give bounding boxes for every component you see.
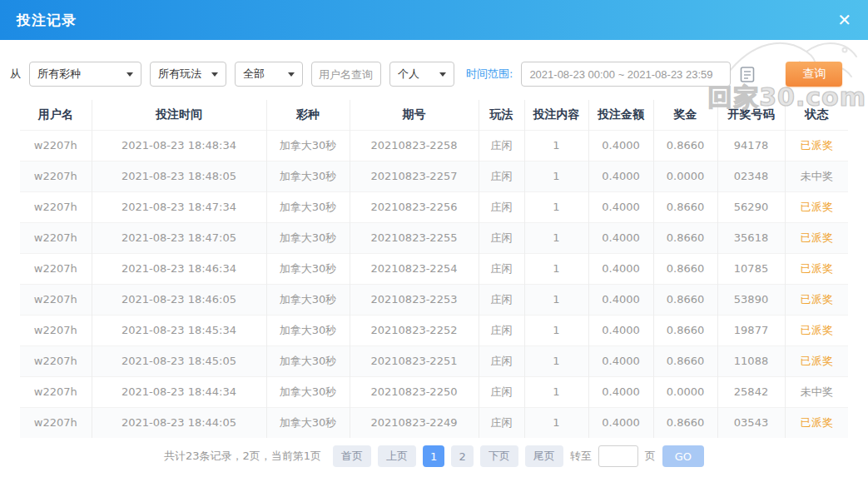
time-range-input[interactable] — [521, 62, 731, 87]
cell: 庄闲 — [479, 161, 524, 191]
cell: 0.4000 — [588, 376, 653, 407]
close-icon[interactable]: ✕ — [837, 12, 851, 28]
cell: 庄闲 — [479, 222, 524, 253]
cell: 53890 — [717, 284, 785, 315]
cell: 加拿大30秒 — [266, 345, 350, 376]
cell: 19877 — [717, 315, 785, 345]
cell: 0.4000 — [588, 253, 653, 284]
cell: 56290 — [717, 191, 785, 222]
column-header: 期号 — [350, 100, 479, 130]
chevron-down-icon — [439, 72, 446, 77]
column-header: 状态 — [785, 100, 848, 130]
page-number-button[interactable]: 1 — [423, 445, 444, 467]
status-cell: 已派奖 — [785, 284, 848, 315]
cell: w2207h — [20, 345, 92, 376]
query-button[interactable]: 查询 — [786, 62, 842, 87]
cell: 03543 — [717, 407, 785, 438]
cell: 加拿大30秒 — [266, 253, 350, 284]
cell: 1 — [524, 407, 588, 438]
cell: 0.8660 — [653, 284, 717, 315]
column-header: 投注时间 — [92, 100, 266, 130]
page-number-button[interactable]: 2 — [451, 445, 473, 467]
first-page-button[interactable]: 首页 — [333, 445, 371, 467]
cell: 庄闲 — [479, 407, 524, 438]
cell: 0.8660 — [653, 130, 717, 161]
goto-page-input[interactable] — [598, 445, 638, 467]
table-row: w2207h2021-08-23 18:45:34加拿大30秒20210823-… — [20, 315, 848, 345]
cell: 02348 — [717, 161, 785, 191]
last-page-button[interactable]: 尾页 — [525, 445, 563, 467]
column-header: 用户名 — [20, 100, 92, 130]
cell: 1 — [524, 345, 588, 376]
cell: w2207h — [20, 315, 92, 345]
cell: 20210823-2250 — [350, 376, 479, 407]
table-row: w2207h2021-08-23 18:46:34加拿大30秒20210823-… — [20, 253, 848, 284]
cell: 加拿大30秒 — [266, 222, 350, 253]
chevron-down-icon — [288, 72, 295, 77]
table-body: w2207h2021-08-23 18:48:34加拿大30秒20210823-… — [20, 130, 848, 438]
cell: 0.4000 — [588, 315, 653, 345]
cell: 0.8660 — [653, 345, 717, 376]
table-header-row: 用户名投注时间彩种期号玩法投注内容投注金额奖金开奖号码状态 — [20, 100, 848, 130]
cell: 20210823-2257 — [350, 161, 479, 191]
cell: 10785 — [717, 253, 785, 284]
play-method-select[interactable]: 所有玩法 — [150, 62, 226, 87]
cell: w2207h — [20, 253, 92, 284]
table-row: w2207h2021-08-23 18:47:05加拿大30秒20210823-… — [20, 222, 848, 253]
calendar-icon[interactable] — [739, 65, 756, 83]
cell: w2207h — [20, 161, 92, 191]
goto-label: 转至 — [570, 449, 592, 464]
cell: 0.0000 — [653, 376, 717, 407]
cell: 2021-08-23 18:45:34 — [92, 315, 266, 345]
cell: 0.8660 — [653, 315, 717, 345]
cell: 25842 — [717, 376, 785, 407]
cell: 2021-08-23 18:46:34 — [92, 253, 266, 284]
cell: 加拿大30秒 — [266, 407, 350, 438]
play-method-select-value: 所有玩法 — [158, 67, 201, 82]
table-row: w2207h2021-08-23 18:45:05加拿大30秒20210823-… — [20, 345, 848, 376]
cell: w2207h — [20, 222, 92, 253]
cell: 2021-08-23 18:45:05 — [92, 345, 266, 376]
cell: 2021-08-23 18:48:34 — [92, 130, 266, 161]
prev-page-button[interactable]: 上页 — [378, 445, 416, 467]
cell: 0.8660 — [653, 222, 717, 253]
cell: 0.4000 — [588, 222, 653, 253]
cell: 加拿大30秒 — [266, 191, 350, 222]
column-header: 奖金 — [653, 100, 717, 130]
records-summary: 共计23条记录，2页，当前第1页 — [164, 449, 321, 464]
cell: 加拿大30秒 — [266, 376, 350, 407]
cell: 庄闲 — [479, 130, 524, 161]
cell: 1 — [524, 161, 588, 191]
status-cell: 已派奖 — [785, 191, 848, 222]
cell: 2021-08-23 18:47:34 — [92, 191, 266, 222]
cell: 1 — [524, 376, 588, 407]
status-cell: 已派奖 — [785, 222, 848, 253]
cell: 0.4000 — [588, 284, 653, 315]
cell: 2021-08-23 18:47:05 — [92, 222, 266, 253]
cell: 1 — [524, 284, 588, 315]
lottery-type-select[interactable]: 所有彩种 — [29, 62, 141, 87]
table-row: w2207h2021-08-23 18:47:34加拿大30秒20210823-… — [20, 191, 848, 222]
table-row: w2207h2021-08-23 18:48:34加拿大30秒20210823-… — [20, 130, 848, 161]
cell: 2021-08-23 18:44:34 — [92, 376, 266, 407]
table-row: w2207h2021-08-23 18:44:05加拿大30秒20210823-… — [20, 407, 848, 438]
status-filter-select[interactable]: 全部 — [235, 62, 303, 87]
lottery-type-select-value: 所有彩种 — [37, 67, 81, 82]
go-button[interactable]: GO — [662, 445, 704, 467]
cell: w2207h — [20, 130, 92, 161]
username-search-input[interactable] — [311, 62, 381, 87]
cell: 20210823-2255 — [350, 222, 479, 253]
status-filter-select-value: 全部 — [243, 67, 265, 82]
cell: 庄闲 — [479, 345, 524, 376]
next-page-button[interactable]: 下页 — [480, 445, 518, 467]
cell: 20210823-2252 — [350, 315, 479, 345]
cell: w2207h — [20, 191, 92, 222]
cell: 0.4000 — [588, 345, 653, 376]
cell: 1 — [524, 315, 588, 345]
status-cell: 已派奖 — [785, 407, 848, 438]
status-cell: 已派奖 — [785, 345, 848, 376]
cell: 庄闲 — [479, 253, 524, 284]
scope-select[interactable]: 个人 — [389, 62, 454, 87]
cell: 0.0000 — [653, 161, 717, 191]
modal-title: 投注记录 — [17, 11, 77, 30]
